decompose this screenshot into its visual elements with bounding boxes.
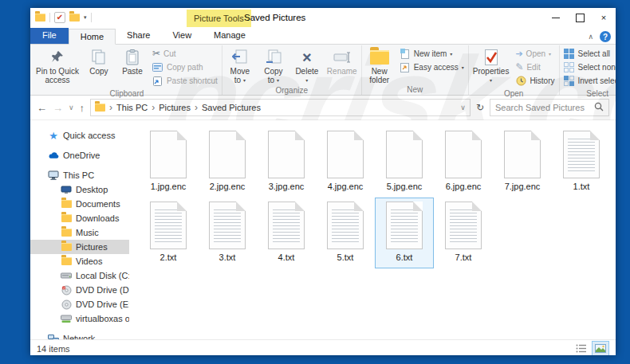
large-icons-view-button[interactable] <box>592 341 609 355</box>
edit-button[interactable]: ✎ Edit <box>515 61 554 72</box>
sidebar-item-virtualboxas[interactable]: virtualboxas on 'Ma <box>30 311 129 326</box>
tab-view[interactable]: View <box>161 28 203 44</box>
search-box[interactable]: Search Saved Pictures <box>490 99 609 116</box>
tab-manage[interactable]: Manage <box>203 28 257 44</box>
copy-path-button[interactable]: Copy path <box>152 61 218 72</box>
sidebar-item-dvd-drive-e[interactable]: DVD Drive (E:) CDRO <box>30 297 129 311</box>
breadcrumb-this-pc[interactable]: This PC <box>116 103 148 112</box>
breadcrumb-pictures[interactable]: Pictures <box>159 103 191 112</box>
pin-label-line1: Pin to Quick <box>36 67 79 76</box>
rename-button[interactable]: Rename <box>324 45 360 76</box>
maximize-button[interactable] <box>568 8 592 27</box>
open-button[interactable]: ➔ Open ▾ <box>515 48 554 59</box>
pin-to-quick-access-button[interactable]: Pin to Quickaccess <box>33 45 82 84</box>
file-tile[interactable]: 6.jpg.enc <box>434 127 493 198</box>
tab-share[interactable]: Share <box>116 28 161 44</box>
history-button[interactable]: History <box>515 75 554 86</box>
tab-file[interactable]: File <box>30 28 69 44</box>
select-none-button[interactable]: Select none <box>564 61 616 72</box>
file-tile-selected[interactable]: 6.txt <box>375 198 434 268</box>
close-button[interactable]: × <box>592 8 616 27</box>
sidebar-item-onedrive[interactable]: OneDrive <box>30 148 129 162</box>
file-explorer-window: pcrisk.com pcrisk.com ✔ ▾ Picture Tools … <box>30 8 616 355</box>
sidebar-item-this-pc[interactable]: This PC <box>30 168 129 182</box>
encrypted-file-icon <box>504 131 541 178</box>
collapse-ribbon-icon[interactable]: ∧ <box>588 33 593 41</box>
sidebar-item-documents[interactable]: Documents <box>30 197 129 211</box>
sidebar-item-pictures[interactable]: Pictures <box>30 240 129 254</box>
desktop-icon <box>61 184 72 195</box>
item-count: 14 items <box>37 344 70 354</box>
address-dropdown-icon[interactable]: ∨ <box>460 104 466 112</box>
ribbon-group-clipboard: Pin to Quickaccess Copy Paste ✂ <box>32 45 222 95</box>
dvd-drive-icon <box>61 299 72 310</box>
move-to-line1: Move <box>230 67 250 76</box>
forward-button[interactable]: → <box>53 102 63 114</box>
divider <box>91 13 92 22</box>
sidebar-item-quick-access[interactable]: ★ Quick access <box>30 128 129 143</box>
sidebar-item-local-disk-c[interactable]: Local Disk (C:) <box>30 268 129 283</box>
copy-to-button[interactable]: Copyto ▾ <box>257 45 290 85</box>
tab-home[interactable]: Home <box>69 29 116 45</box>
text-file-icon <box>327 202 364 249</box>
help-icon[interactable]: ? <box>600 31 611 42</box>
file-tile[interactable]: 2.jpg.enc <box>198 127 257 198</box>
easy-access-label: Easy access <box>414 63 459 72</box>
file-tile[interactable]: 3.jpg.enc <box>257 127 316 198</box>
select-all-button[interactable]: Select all <box>564 48 616 59</box>
copy-to-line1: Copy <box>264 67 282 76</box>
minimize-button[interactable] <box>544 8 568 27</box>
file-tile[interactable]: 1.jpg.enc <box>139 127 198 198</box>
copy-path-label: Copy path <box>167 63 203 72</box>
delete-button[interactable]: × Delete▾ <box>290 45 324 85</box>
qat-customize-caret-icon[interactable]: ▾ <box>84 14 87 21</box>
encrypted-file-icon <box>268 131 305 178</box>
cut-button[interactable]: ✂ Cut <box>152 48 218 59</box>
breadcrumb[interactable]: › This PC › Pictures › Saved Pictures ∨ <box>90 99 471 116</box>
open-small-buttons: ➔ Open ▾ ✎ Edit History <box>512 45 557 88</box>
copy-button[interactable]: Copy <box>82 45 116 76</box>
qat-properties-check-icon[interactable]: ✔ <box>54 12 65 23</box>
sidebar-item-network[interactable]: Network <box>30 331 129 339</box>
pin-label-line2: access <box>45 76 69 84</box>
new-item-button[interactable]: New item ▾ <box>400 48 464 59</box>
easy-access-button[interactable]: Easy access ▾ <box>400 61 464 72</box>
sidebar-item-videos[interactable]: Videos <box>30 254 129 268</box>
details-view-button[interactable] <box>572 341 589 355</box>
sidebar-item-desktop[interactable]: Desktop <box>30 182 129 197</box>
file-tile[interactable]: 2.txt <box>139 198 198 268</box>
refresh-icon[interactable]: ↻ <box>476 102 484 113</box>
file-tile[interactable]: 4.txt <box>257 198 316 268</box>
move-to-button[interactable]: Moveto ▾ <box>223 45 257 85</box>
paste-shortcut-label: Paste shortcut <box>167 76 218 85</box>
sidebar-item-downloads[interactable]: Downloads <box>30 211 129 225</box>
file-tile[interactable]: 1.txt <box>552 127 611 198</box>
back-button[interactable]: ← <box>37 102 47 114</box>
properties-button[interactable]: Properties▾ <box>470 45 513 85</box>
search-input[interactable]: Search Saved Pictures <box>495 103 591 112</box>
address-right-controls: ∨ <box>460 104 466 112</box>
search-icon[interactable] <box>594 102 604 113</box>
file-tile[interactable]: 3.txt <box>198 198 257 268</box>
file-tile[interactable]: 4.jpg.enc <box>316 127 375 198</box>
sidebar-item-music[interactable]: Music <box>30 225 129 240</box>
up-button[interactable]: ↑ <box>80 102 85 114</box>
paste-label: Paste <box>122 67 143 76</box>
file-tile[interactable]: 5.jpg.enc <box>375 127 434 198</box>
folder-icon <box>370 50 389 65</box>
file-tile[interactable]: 5.txt <box>316 198 375 268</box>
breadcrumb-saved-pictures[interactable]: Saved Pictures <box>202 103 261 112</box>
recent-locations-icon[interactable]: ∨ <box>69 104 74 112</box>
sidebar-label: Pictures <box>76 242 108 252</box>
paste-shortcut-button[interactable]: Paste shortcut <box>152 75 218 86</box>
breadcrumb-separator-icon: › <box>152 102 155 113</box>
copy-icon <box>92 47 106 67</box>
paste-button[interactable]: Paste <box>116 45 149 76</box>
qat-new-folder-icon[interactable] <box>69 14 80 22</box>
file-tile[interactable]: 7.jpg.enc <box>493 127 552 198</box>
new-folder-button[interactable]: Newfolder <box>363 45 396 84</box>
sidebar-item-dvd-drive-d[interactable]: DVD Drive (D:) Paral <box>30 283 129 297</box>
file-tile[interactable]: 7.txt <box>434 198 493 268</box>
ribbon-group-organize: Moveto ▾ Copyto ▾ × Delete▾ Rename <box>222 45 362 95</box>
invert-selection-button[interactable]: Invert selection <box>564 75 616 86</box>
